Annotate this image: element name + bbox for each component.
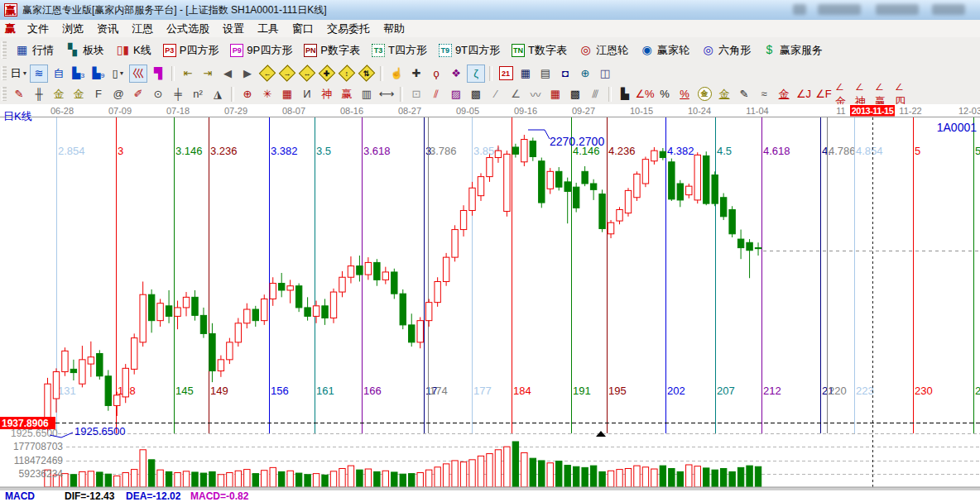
sectors-button[interactable]: ▚板块: [63, 41, 107, 60]
toolbar-grip[interactable]: [2, 41, 7, 60]
circle-cross-tool-button[interactable]: ⊕: [238, 85, 257, 103]
shift-right-button[interactable]: →: [278, 65, 296, 83]
bars-9-button[interactable]: ▙₉: [89, 65, 108, 83]
win-tool-button[interactable]: 赢: [338, 85, 356, 103]
menu-tools[interactable]: 工具: [251, 20, 286, 38]
angle-tool-button[interactable]: ∠: [507, 85, 525, 103]
grid-lines-tool-button[interactable]: ╫: [30, 85, 48, 103]
zoom-tool-button[interactable]: ϙ: [427, 65, 445, 83]
shen-angle-tool-button[interactable]: ∠神: [854, 85, 872, 103]
flag-tool-button[interactable]: ◮: [209, 85, 227, 103]
menu-window[interactable]: 窗口: [286, 20, 320, 38]
pattern-panel-button[interactable]: 巛: [129, 65, 147, 83]
span-tool-button[interactable]: ⟷: [377, 85, 396, 103]
wave-panel-button[interactable]: ≋: [30, 65, 48, 83]
menu-help[interactable]: 帮助: [377, 20, 411, 38]
t-number-table-button[interactable]: TNT数字表: [509, 41, 569, 60]
wave-mode-button[interactable]: ζ: [467, 65, 485, 83]
web-tool-button[interactable]: ✳: [258, 85, 276, 103]
shen-tool-button[interactable]: 神: [318, 85, 336, 103]
spiral-tool-button[interactable]: @: [109, 85, 127, 103]
expand-horizontal-button[interactable]: ↔: [298, 65, 316, 83]
fan-lines-tool-button[interactable]: ⫽: [427, 85, 445, 103]
percent-angle-tool-button[interactable]: ∠%: [636, 85, 654, 103]
notes-button[interactable]: ▤: [536, 65, 555, 83]
t-square-button[interactable]: T3T四方形: [369, 41, 430, 60]
info-doc-button[interactable]: 自: [50, 65, 68, 83]
zigzag-tool-button[interactable]: 〰: [526, 85, 545, 103]
app-menu-icon[interactable]: 赢: [5, 22, 16, 36]
black-grid-tool-button[interactable]: ▩: [566, 85, 584, 103]
bars-3-button[interactable]: ▙₃: [70, 65, 88, 83]
p-number-table-button[interactable]: PNP数字表: [301, 41, 363, 60]
calendar-button[interactable]: 21: [497, 65, 515, 83]
9t-square-button[interactable]: T99T四方形: [436, 41, 502, 60]
f-angle-tool-button[interactable]: ∠F: [814, 85, 833, 103]
pen-tool-button[interactable]: ✎: [10, 85, 28, 103]
dense-grid-tool-button[interactable]: ▩: [467, 85, 485, 103]
jump-first-button[interactable]: ⇤: [179, 65, 197, 83]
expand-vertical-button[interactable]: ↕: [338, 65, 356, 83]
gold-line-tool-button[interactable]: 金: [715, 85, 733, 103]
ruler-tool-button[interactable]: ▥: [358, 85, 376, 103]
square-of-nine-tool-button[interactable]: n²: [189, 85, 207, 103]
fibonacci-tool-button[interactable]: F: [89, 85, 108, 103]
menu-settings[interactable]: 设置: [216, 20, 251, 38]
compress-horizontal-button[interactable]: ✚: [318, 65, 336, 83]
winner-service-button[interactable]: $赢家服务: [760, 41, 825, 60]
chart-area[interactable]: 06-2807-0907-1807-2908-0708-1608-2709-05…: [0, 104, 980, 490]
single-candle-button[interactable]: ▯▼: [109, 65, 127, 83]
four-angle-tool-button[interactable]: ∠四: [894, 85, 912, 103]
hexagon-button[interactable]: ◎六角形: [699, 41, 753, 60]
j-angle-tool-button[interactable]: ∠J: [795, 85, 813, 103]
draw-tool-button[interactable]: ✎: [735, 85, 753, 103]
gold-circle-tool-button[interactable]: 金: [695, 85, 713, 103]
time-grid-tool-button[interactable]: ╪: [169, 85, 187, 103]
p-square-button[interactable]: P3P四方形: [161, 41, 222, 60]
box-tool-button[interactable]: ⊡: [407, 85, 425, 103]
red-grid-tool-button[interactable]: ▦: [278, 85, 296, 103]
macd-indicator-label[interactable]: MACD: [5, 490, 35, 502]
page-prev-button[interactable]: ◀: [219, 65, 237, 83]
percent-tool-button[interactable]: %: [656, 85, 674, 103]
jump-last-button[interactable]: ⇥: [199, 65, 217, 83]
web-link-button[interactable]: ⊕: [576, 65, 594, 83]
gold-grid-tool-button[interactable]: 金: [50, 85, 68, 103]
9p-square-button[interactable]: P99P四方形: [228, 41, 295, 60]
cycle-circle-tool-button[interactable]: ⊙: [149, 85, 167, 103]
save-button[interactable]: ◘: [556, 65, 574, 83]
menu-browse[interactable]: 浏览: [55, 20, 90, 38]
n-wave-tool-button[interactable]: И: [298, 85, 316, 103]
page-next-button[interactable]: ▶: [238, 65, 257, 83]
purple-grid-tool-button[interactable]: ▨: [447, 85, 465, 103]
gold-angle-tool-button[interactable]: ∠金: [834, 85, 853, 103]
winner-wheel-button[interactable]: ◉赢家轮: [637, 41, 692, 60]
toolbar-grip[interactable]: [2, 66, 7, 81]
percent-line-tool-button[interactable]: %: [675, 85, 694, 103]
win-angle-tool-button[interactable]: ∠赢: [874, 85, 892, 103]
marker-tool-button[interactable]: ✐: [129, 85, 147, 103]
menu-news[interactable]: 资讯: [90, 20, 125, 38]
period-daily-button[interactable]: 日▼: [10, 65, 28, 83]
gold-grid2-tool-button[interactable]: 金: [70, 85, 88, 103]
shift-left-button[interactable]: ←: [258, 65, 276, 83]
menu-file[interactable]: 文件: [21, 20, 55, 38]
hand-tool-button[interactable]: ☝: [387, 65, 406, 83]
kline-chart-canvas[interactable]: 06-2807-0907-1807-2908-0708-1608-2709-05…: [0, 104, 980, 490]
bars-tool-button[interactable]: ▙: [616, 85, 634, 103]
menu-formula-stock-pick[interactable]: 公式选股: [160, 20, 216, 38]
title-bar[interactable]: 赢 赢家江恩专业版[赢家内部服务平台] - [上证指数 SH1A0001-111…: [0, 0, 980, 21]
calculator-button[interactable]: ▦: [516, 65, 535, 83]
gann-box-tool-button[interactable]: ▦: [546, 85, 564, 103]
gold-red-tool-button[interactable]: 金: [775, 85, 793, 103]
kline-button[interactable]: ▯▮K线: [113, 41, 154, 60]
parallel-tool-button[interactable]: ⫻: [586, 85, 604, 103]
color-chart-button[interactable]: ▜: [149, 65, 167, 83]
compress-vertical-button[interactable]: ⇅: [358, 65, 376, 83]
menu-gann[interactable]: 江恩: [125, 20, 160, 38]
trend-line-tool-button[interactable]: ∕: [487, 85, 505, 103]
crosshair-tool-button[interactable]: ✚: [407, 65, 425, 83]
gann-wheel-button[interactable]: ◎江恩轮: [576, 41, 631, 60]
toolbar-grip[interactable]: [2, 87, 7, 102]
menu-trade-entrust[interactable]: 交易委托: [320, 20, 377, 38]
